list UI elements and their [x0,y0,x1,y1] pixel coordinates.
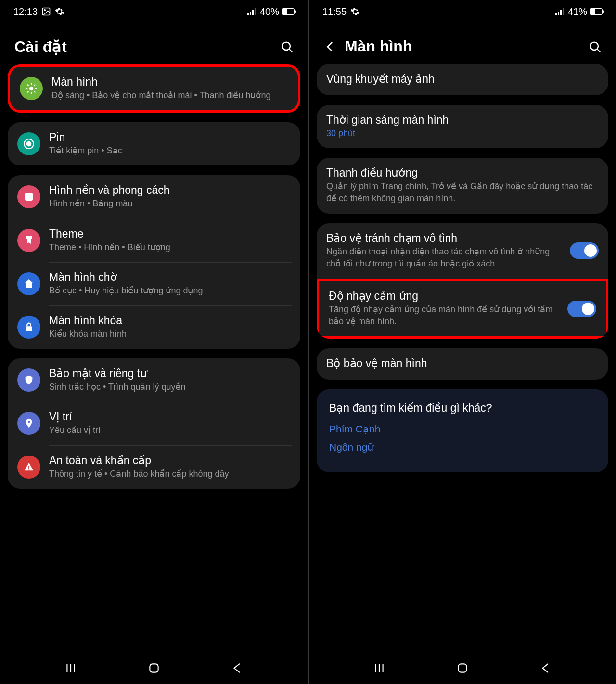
theme-icon [17,229,40,252]
item-value: 30 phút [326,127,599,139]
signal-icon [555,8,565,15]
battery-circle-icon [17,132,40,155]
wallpaper-icon [17,185,40,208]
recents-button[interactable] [373,662,385,674]
image-icon [41,7,51,16]
svg-rect-29 [560,10,562,15]
settings-item-security[interactable]: Bảo mật và riêng tư Sinh trắc học • Trìn… [8,358,300,402]
item-subtitle: Theme • Hình nền • Biểu tượng [49,241,291,253]
settings-item-battery[interactable]: Pin Tiết kiệm pin • Sạc [8,122,300,165]
setting-navigation-bar[interactable]: Thanh điều hướng Quản lý phím Trang chín… [317,158,608,213]
back-button[interactable] [231,662,244,674]
item-title: Màn hình chờ [49,271,291,284]
svg-point-17 [27,142,31,146]
settings-item-theme[interactable]: Theme Theme • Hình nền • Biểu tượng [8,219,300,262]
item-title: Màn hình [51,76,288,89]
item-title: Hình nền và phong cách [49,184,291,197]
svg-line-10 [27,85,28,86]
battery-percent: 41% [568,6,587,17]
navigation-bar [309,652,616,684]
item-title: Vị trí [49,410,291,423]
item-title: An toàn và khẩn cấp [49,454,291,467]
item-title: Độ nhạy cảm ứng [329,290,559,303]
page-title: Cài đặt [14,38,67,56]
home-button[interactable] [148,662,160,674]
svg-rect-3 [250,12,251,15]
looking-for-link[interactable]: Phím Cạnh [329,423,596,435]
display-settings-screen: 11:55 41% Màn hình Vùng khuyết máy ảnh T… [308,0,616,684]
status-time: 11:55 [322,6,346,17]
item-subtitle: Yêu cầu vị trí [49,424,291,436]
back-icon[interactable] [323,40,336,53]
svg-rect-30 [563,8,564,15]
settings-screen: 12:13 40% Cài đặt Màn hình Độ sáng • Bảo… [0,0,308,684]
item-subtitle: Tiết kiệm pin • Sạc [49,145,291,157]
svg-rect-27 [555,13,557,15]
gear-icon [55,7,64,16]
item-subtitle: Kiểu khóa màn hình [49,328,291,340]
svg-rect-18 [25,193,33,201]
item-subtitle: Độ sáng • Bảo vệ cho mắt thoải mái • Tha… [51,89,288,101]
item-title: Bảo vệ tránh chạm vô tình [326,232,561,245]
setting-screen-saver[interactable]: Bộ bảo vệ màn hình [317,348,608,380]
home-icon [17,272,40,295]
setting-accidental-touch[interactable]: Bảo vệ tránh chạm vô tình Ngăn điện thoạ… [317,223,608,279]
item-subtitle: Hình nền • Bảng màu [49,198,291,210]
page-title: Màn hình [345,38,412,55]
item-subtitle: Sinh trắc học • Trình quản lý quyền [49,381,291,393]
looking-for-link[interactable]: Ngôn ngữ [329,442,596,453]
toggle-accidental-touch[interactable] [570,242,599,259]
looking-for-title: Bạn đang tìm kiếm điều gì khác? [329,402,596,415]
setting-touch-sensitivity[interactable]: Độ nhạy cảm ứng Tăng độ nhạy cảm ứng của… [317,279,608,339]
battery-percent: 40% [260,6,279,17]
svg-point-1 [44,10,46,11]
settings-item-location[interactable]: Vị trí Yêu cầu vị trí [8,402,300,445]
toggle-touch-sensitivity[interactable] [567,301,596,317]
item-subtitle: Tăng độ nhạy cảm ứng của màn hình để sử … [329,304,559,328]
svg-rect-19 [26,326,32,331]
item-title: Thanh điều hướng [326,166,599,179]
gear-icon [350,7,360,16]
svg-line-14 [27,91,28,92]
recents-button[interactable] [64,662,77,674]
brightness-icon [20,77,43,100]
header: Cài đặt [0,23,308,64]
svg-rect-4 [252,10,254,15]
search-icon[interactable] [588,40,602,53]
setting-screen-timeout[interactable]: Thời gian sáng màn hình 30 phút [317,105,608,148]
looking-for-panel: Bạn đang tìm kiếm điều gì khác? Phím Cạn… [317,389,608,472]
battery-icon [282,8,295,15]
status-bar: 11:55 41% [309,0,616,23]
item-title: Vùng khuyết máy ảnh [326,73,599,86]
svg-point-7 [29,87,34,91]
svg-line-15 [34,85,35,86]
search-icon[interactable] [280,40,294,53]
svg-rect-35 [458,664,466,672]
svg-rect-26 [150,664,158,672]
shield-icon [17,368,40,392]
svg-point-20 [28,421,30,423]
svg-line-11 [34,91,35,92]
navigation-bar [0,652,308,684]
item-subtitle: Thông tin y tế • Cảnh báo khẩn cấp không… [49,468,291,480]
location-icon [17,412,40,435]
item-subtitle: Quản lý phím Trang chính, Trở về và Gần … [326,180,599,204]
svg-rect-22 [28,469,29,469]
settings-item-wallpaper[interactable]: Hình nền và phong cách Hình nền • Bảng m… [8,175,300,218]
svg-rect-2 [247,13,249,15]
alert-icon [17,456,40,479]
settings-item-emergency[interactable]: An toàn và khẩn cấp Thông tin y tế • Cản… [8,445,300,489]
settings-item-home[interactable]: Màn hình chờ Bố cục • Huy hiệu biểu tượn… [8,262,300,305]
display-settings-list[interactable]: Vùng khuyết máy ảnh Thời gian sáng màn h… [309,64,616,652]
signal-icon [247,8,257,15]
lock-icon [17,316,40,339]
item-title: Bảo mật và riêng tư [49,367,291,380]
back-button[interactable] [539,662,552,674]
home-button[interactable] [456,662,469,674]
settings-item-display[interactable]: Màn hình Độ sáng • Bảo vệ cho mắt thoải … [10,67,298,110]
settings-list[interactable]: Màn hình Độ sáng • Bảo vệ cho mắt thoải … [0,64,308,652]
settings-item-lockscreen[interactable]: Màn hình khóa Kiểu khóa màn hình [8,305,300,349]
setting-camera-cutout[interactable]: Vùng khuyết máy ảnh [317,64,608,95]
item-title: Bộ bảo vệ màn hình [326,357,599,370]
svg-rect-21 [28,466,29,469]
